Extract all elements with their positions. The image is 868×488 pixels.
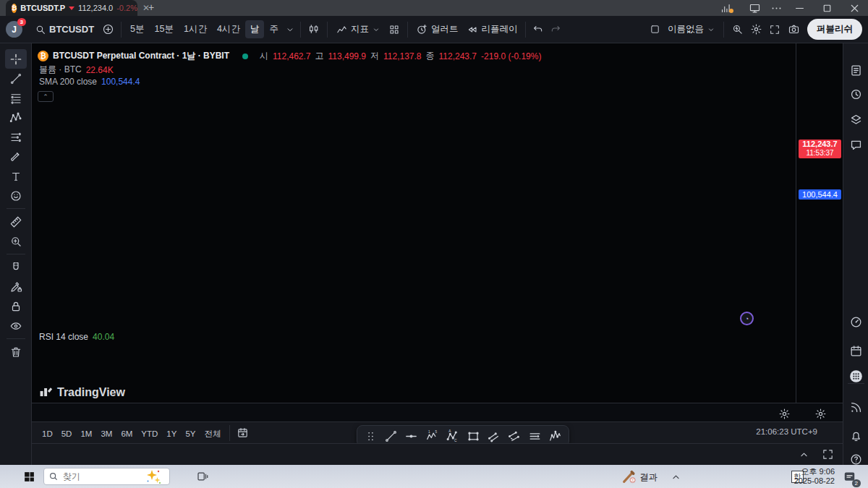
goto-date-icon[interactable] (234, 427, 252, 439)
projection-tool-icon[interactable] (5, 127, 27, 147)
timeframe-4[interactable]: 날 (245, 20, 265, 38)
timeframe-3[interactable]: 4시간 (212, 20, 245, 38)
quick-search-icon[interactable] (728, 23, 746, 35)
tray-expand-icon[interactable] (667, 468, 684, 485)
legend-collapse-button[interactable]: ⌃ (38, 91, 54, 102)
disjoint-channel-icon[interactable] (507, 429, 521, 443)
range-5D[interactable]: 5D (57, 427, 77, 441)
rectangle-icon[interactable] (467, 429, 480, 443)
range-1D[interactable]: 1D (38, 427, 57, 441)
timeframe-5[interactable]: 주 (264, 20, 284, 38)
time-axis[interactable] (32, 403, 843, 421)
close-label: 종 (426, 50, 435, 62)
start-button[interactable] (20, 468, 38, 485)
alert-button[interactable]: 얼러트 (412, 20, 463, 38)
ruler-tool-icon[interactable] (5, 212, 27, 231)
range-5Y[interactable]: 5Y (181, 427, 200, 441)
xabcd-pattern-tool-icon[interactable] (5, 108, 27, 127)
timeframe-chevron-icon[interactable] (284, 25, 297, 35)
copilot-sparkle-icon[interactable] (145, 468, 162, 485)
undo-icon[interactable] (529, 24, 547, 35)
close-button[interactable] (843, 0, 865, 16)
new-tab-button[interactable]: + (145, 1, 158, 13)
flat-lines-icon[interactable] (528, 429, 542, 443)
avatar[interactable]: J 3 (6, 21, 22, 38)
watchlist-icon[interactable] (843, 61, 868, 80)
save-layout-icon[interactable] (646, 24, 663, 35)
remove-all-tool-icon[interactable] (5, 342, 27, 361)
taskbar-clock[interactable]: 오후 9:06 2025-08-22 (794, 467, 835, 486)
result-label[interactable]: 결과 (639, 471, 658, 484)
symbol-legend[interactable]: ₿ BTCUSDT Perpetual Contract · 1날 · BYBI… (38, 50, 541, 62)
publish-button[interactable]: 퍼블리쉬 (807, 19, 862, 40)
magnet-tool-icon[interactable] (5, 257, 27, 277)
panel-expand-icon[interactable] (798, 448, 810, 461)
rsi-legend[interactable]: RSI 14 close 40.04 (39, 332, 114, 342)
range-6M[interactable]: 6M (116, 427, 137, 441)
price-chart[interactable] (32, 43, 796, 403)
price-axis[interactable]: 112,243.7 11:53:37 100,544.4 40.04 (796, 43, 843, 403)
fib-retracement-tool-icon[interactable] (5, 88, 27, 108)
range-전체[interactable]: 전체 (200, 427, 226, 441)
compare-add-icon[interactable] (98, 23, 117, 35)
notification-center-icon[interactable]: 2 (841, 468, 858, 485)
alerts-clock-icon[interactable] (843, 85, 868, 103)
redo-icon[interactable] (547, 24, 564, 35)
timeframe-1[interactable]: 15분 (150, 20, 179, 38)
zoom-in-tool-icon[interactable] (5, 231, 27, 251)
maximize-button[interactable] (816, 0, 838, 16)
range-1Y[interactable]: 1Y (162, 427, 181, 441)
range-1M[interactable]: 1M (76, 427, 96, 441)
layers-icon[interactable] (843, 110, 868, 129)
horizontal-line-icon[interactable] (404, 429, 418, 443)
parallel-channel-icon[interactable] (487, 429, 501, 443)
timeframe-2[interactable]: 1시간 (179, 20, 212, 38)
snapshot-camera-icon[interactable] (784, 23, 803, 35)
gauge-icon[interactable] (843, 312, 868, 331)
baseball-result-icon[interactable] (621, 468, 638, 485)
lock-all-tool-icon[interactable] (5, 296, 27, 316)
indicators-button[interactable]: 지표 (331, 20, 385, 38)
chat-icon[interactable] (843, 135, 868, 154)
range-YTD[interactable]: YTD (137, 427, 162, 441)
timezone-gear-icon[interactable] (775, 404, 793, 423)
replay-button[interactable]: 리플레이 (462, 20, 522, 38)
xabcd-pattern-icon[interactable] (548, 429, 562, 443)
settings-gear-icon[interactable] (746, 23, 765, 35)
drag-handle-icon[interactable] (364, 429, 378, 443)
timeframe-0[interactable]: 5분 (125, 20, 149, 38)
text-tool-icon[interactable] (5, 166, 27, 186)
emoji-tool-icon[interactable] (5, 186, 27, 205)
chart-area[interactable] (32, 43, 796, 403)
drawing-lock-tool-icon[interactable] (5, 277, 27, 296)
reactions-icon[interactable]: ◔ (740, 312, 754, 325)
chart-style-icon[interactable] (305, 23, 323, 35)
axis-settings-gear-icon[interactable] (812, 404, 829, 423)
abcd-pattern-icon[interactable]: AC (446, 429, 459, 443)
calendar-icon[interactable] (843, 341, 868, 360)
volume-legend[interactable]: 볼륨 · BTC 22.64K (39, 64, 114, 76)
low-label: 저 (370, 50, 379, 62)
brush-tool-icon[interactable] (5, 147, 27, 166)
minimize-button[interactable] (788, 0, 810, 16)
stats-icon[interactable] (715, 0, 736, 16)
fullscreen-icon[interactable] (765, 24, 784, 35)
broadcast-icon[interactable] (843, 398, 868, 416)
clock[interactable]: 21:06:23 UTC+9 (756, 427, 817, 436)
notifications-icon[interactable] (843, 427, 868, 445)
elliott-wave-icon[interactable]: 15 (425, 429, 439, 443)
screen-share-icon[interactable] (744, 0, 765, 16)
range-3M[interactable]: 3M (96, 427, 116, 441)
indicator-templates-icon[interactable] (385, 24, 404, 35)
panel-fullscreen-icon[interactable] (822, 448, 834, 461)
task-view-icon[interactable] (194, 468, 211, 485)
crosshair-tool-icon[interactable] (5, 49, 27, 69)
hide-all-tool-icon[interactable] (5, 316, 27, 335)
browser-tab[interactable]: ₿ BTCUSDT.P 112,234.0 -0.2% ✕ (6, 0, 137, 16)
sma-legend[interactable]: SMA 200 close 100,544.4 (39, 77, 140, 87)
symbol-search-button[interactable]: BTCUSDT (30, 21, 98, 38)
layout-name-button[interactable]: 이름없음 (663, 20, 720, 38)
more-menu-icon[interactable] (765, 0, 787, 16)
trend-line-tool-icon[interactable] (5, 69, 27, 88)
trend-line-icon[interactable] (384, 429, 398, 443)
